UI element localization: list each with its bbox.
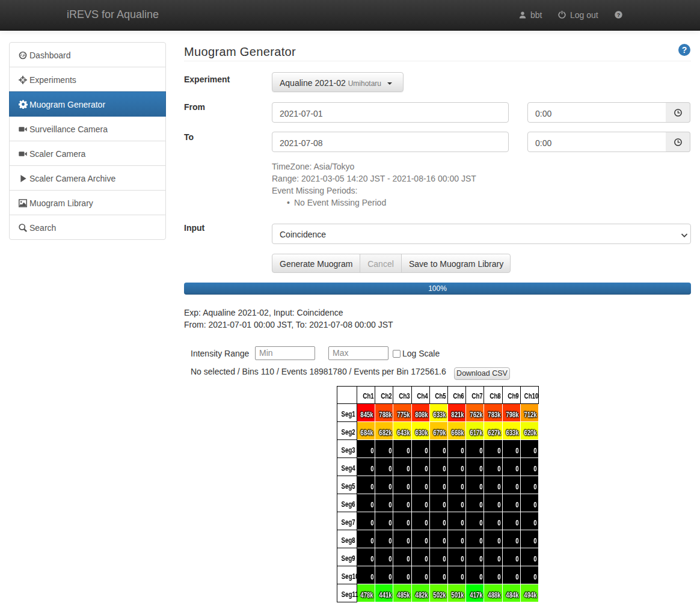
svg-text:?: ?	[617, 12, 621, 18]
